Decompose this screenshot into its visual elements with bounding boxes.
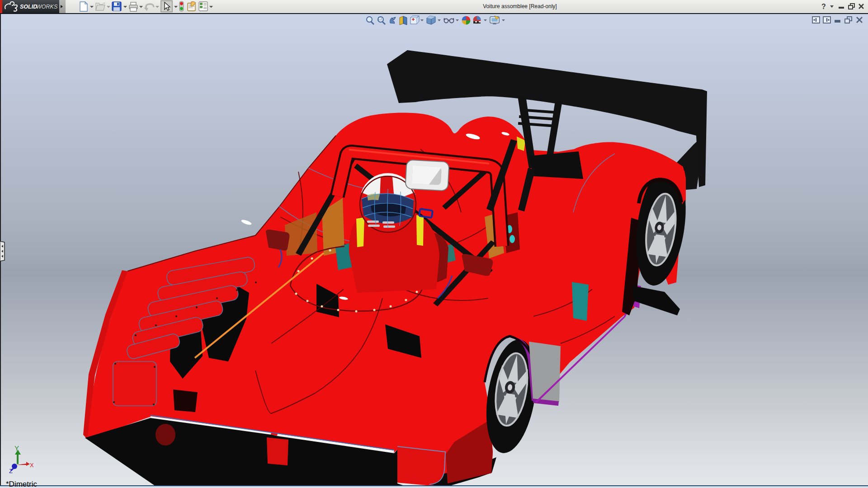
svg-text:WORKS: WORKS [36,4,58,10]
svg-text:SOLID: SOLID [20,4,37,10]
svg-text:X: X [30,462,34,469]
svg-text:?: ? [821,3,826,10]
svg-text:Z: Z [9,468,13,474]
